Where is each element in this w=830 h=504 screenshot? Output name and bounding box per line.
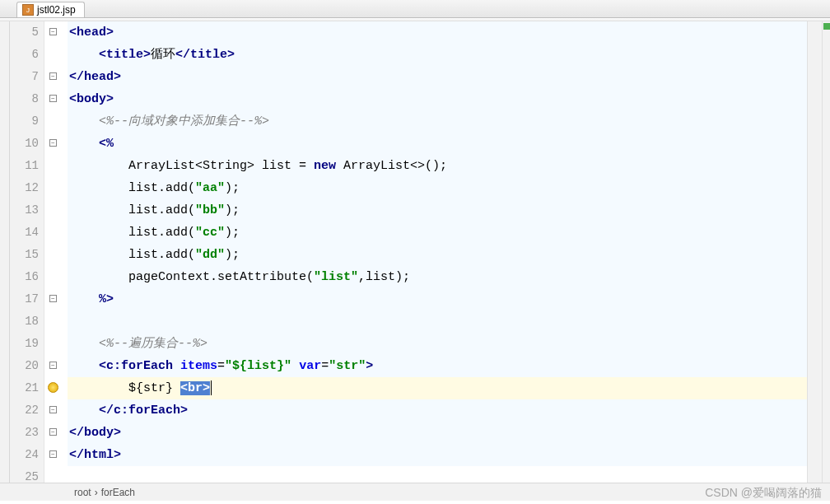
fold-toggle-icon[interactable]: − [49,139,57,147]
tab-bar: J jstl02.jsp [0,0,830,18]
vertical-scrollbar[interactable] [807,21,822,483]
code-editor[interactable]: 56789 1011121314 1516171819 2021222324 2… [0,21,830,483]
breadcrumb-item[interactable]: forEach [101,487,135,498]
fold-gutter: − − − − − − − − − [44,21,68,483]
file-tab-label: jstl02.jsp [37,4,76,16]
fold-toggle-icon[interactable]: − [49,362,57,369]
marker-strip [822,21,830,483]
file-tab[interactable]: J jstl02.jsp [16,2,85,17]
fold-toggle-icon[interactable]: − [49,450,57,458]
fold-toggle-icon[interactable]: − [49,295,57,302]
code-content[interactable]: <head> <title>循环</title> </head> <body> … [68,21,807,483]
analysis-ok-icon [823,23,830,30]
fold-toggle-icon[interactable]: − [49,28,57,35]
breadcrumb-item[interactable]: root [74,487,91,498]
text-cursor [211,380,212,395]
current-line[interactable]: ${str} <br> [68,377,807,399]
intention-bulb-icon[interactable] [48,382,58,393]
breadcrumb-sep: › [95,487,98,498]
fold-toggle-icon[interactable]: − [49,406,57,413]
fold-toggle-icon[interactable]: − [49,95,57,102]
left-strip [0,21,10,483]
fold-toggle-icon[interactable]: − [49,72,57,80]
fold-toggle-icon[interactable]: − [49,428,57,436]
jsp-file-icon: J [22,4,34,16]
line-number-gutter: 56789 1011121314 1516171819 2021222324 2… [10,21,44,483]
